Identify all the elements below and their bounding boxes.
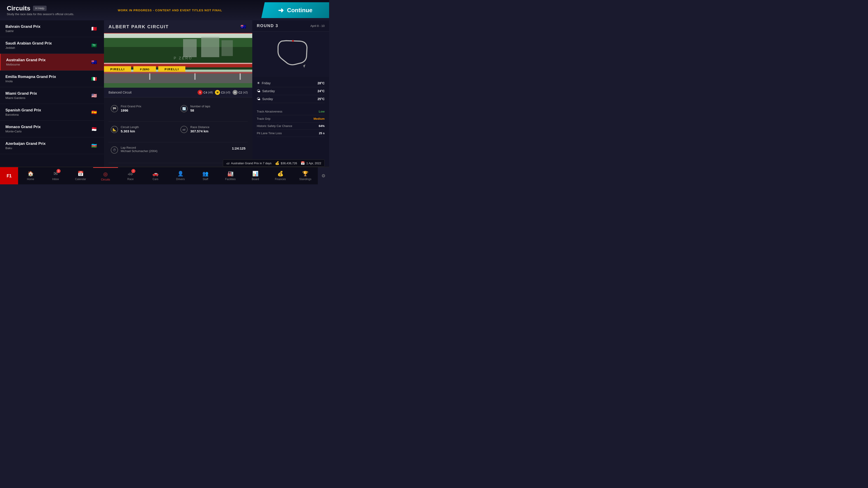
weather-day-friday: Friday [262,81,318,85]
nav-item-home[interactable]: 🏠 Home [18,167,43,184]
track-stat-historic-safety-car-chance: Historic Safety Car Chance 64% [257,123,324,130]
circuit-header-name: ALBERT PARK CIRCUIT [108,24,169,29]
circuit-city-saudi: Jeddah [5,46,52,50]
nav-icon-board: 📊 [252,171,258,177]
race-status-text: Australian Grand Prix in 7 days [231,162,272,165]
circuit-name-australia: Australian Grand Prix [6,58,46,62]
circuit-city-monaco: Monte-Carlo [5,130,41,133]
continue-label: Continue [287,7,313,14]
nav-item-race[interactable]: ! 🏎 Race [118,167,143,184]
round-header: ROUND 3 April 8 - 10 [252,20,329,32]
nav-icon-facilities: 🏭 [227,171,234,177]
tyre-dot-hard: H [232,90,238,95]
circuit-item-miami[interactable]: Miami Grand Prix Miami Gardens 🇺🇸 [0,87,104,104]
stat-label: Race Distance [190,125,210,129]
nav-item-board[interactable]: 📊 Board [243,167,268,184]
circuit-item-spain[interactable]: Spanish Grand Prix Barcelona 🇪🇸 [0,104,104,121]
svg-rect-22 [104,83,252,88]
circuit-flag-bahrain: 🇧🇭 [90,26,98,32]
nav-label-inbox: Inbox [52,177,59,181]
circuit-item-saudi[interactable]: Saudi Arabian Grand Prix Jeddah 🇸🇦 [0,37,104,54]
circuit-info-monaco: Monaco Grand Prix Monte-Carlo [5,125,41,133]
nav-label-home: Home [27,177,34,181]
nav-item-circuits[interactable]: ◎ Circuits [93,167,118,184]
weather-icon-friday: ☀ [257,81,260,85]
circuit-info-saudi: Saudi Arabian Grand Prix Jeddah [5,41,52,50]
circuit-item-monaco[interactable]: Monaco Grand Prix Monte-Carlo 🇲🇨 [0,121,104,137]
track-stats-section: Track Abrasiveness Low Track Grip Medium… [252,105,329,167]
stat-value: 307.574 km [190,129,210,133]
nav-item-facilities[interactable]: 🏭 Facilities [218,167,243,184]
nav-icon-finances: 💰 [277,171,283,177]
nav-item-standings[interactable]: 🏆 Standings [293,167,318,184]
main-layout: Bahrain Grand Prix Sakhir 🇧🇭 Saudi Arabi… [0,20,329,167]
help-button[interactable]: H Help [33,6,46,11]
nav-item-inbox[interactable]: 3 ✉ Inbox [43,167,68,184]
circuit-item-bahrain[interactable]: Bahrain Grand Prix Sakhir 🇧🇭 [0,20,104,37]
stat-icon: 🏁 [111,105,118,112]
svg-rect-5 [221,40,233,56]
track-stat-value: 25 s [319,131,324,135]
stat-first-grand-prix: 🏁 First Grand Prix 1996 [108,101,178,122]
track-stat-label: Historic Safety Car Chance [257,124,292,128]
circuit-item-azerbaijan[interactable]: Azerbaijan Grand Prix Baku 🇦🇿 [0,137,104,154]
circuit-info-bahrain: Bahrain Grand Prix Sakhir [5,24,40,33]
round-dates: April 8 - 10 [310,24,324,28]
track-stat-pit-lane-time-loss: Pit Lane Time Loss 25 s [257,130,324,137]
stat-sub: Michael Schumacher (2004) [121,149,229,153]
nav-icon-cars: 🚗 [152,171,158,177]
tyre-medium: M C3 (x3) [215,90,230,95]
circuit-flag-saudi: 🇸🇦 [90,42,98,48]
settings-button[interactable]: ⚙ [318,167,329,184]
weather-section: ☀ Friday 28°C 🌤 Saturday 24°C 🌤 Sunday 2… [252,77,329,105]
nav-label-cars: Cars [153,177,158,181]
circuit-item-emilia[interactable]: Emilia Romagna Grand Prix Imola 🇮🇹 [0,70,104,87]
circuit-info-spain: Spanish Grand Prix Barcelona [5,108,41,116]
circuit-city-azerbaijan: Baku [5,147,46,150]
tyre-count-medium: (x3) [225,91,230,94]
circuit-info-azerbaijan: Azerbaijan Grand Prix Baku [5,141,46,150]
weather-temp-sunday: 25°C [318,97,324,101]
tyre-compound-hard: C2 [239,91,242,94]
circuit-track-image: PIRELLI P ZERO PIRELLI [104,33,252,88]
continue-arrow-icon: ➜ [278,6,284,14]
bottom-status-bar: 🏎 Australian Grand Prix in 7 days 💰 $38,… [223,160,324,167]
track-map-svg [268,36,313,72]
svg-rect-7 [104,63,252,64]
wip-notice: WORK IN PROGRESS - CONTENT AND EVENT TIT… [79,8,261,12]
weather-day-sunday: Sunday [262,97,318,101]
stat-label: First Grand Prix [121,105,141,108]
circuit-name-monaco: Monaco Grand Prix [5,125,41,129]
nav-item-finances[interactable]: 💰 Finances [268,167,293,184]
nav-label-calendar: Calendar [75,177,86,181]
svg-rect-19 [194,73,195,80]
weather-row-saturday: 🌤 Saturday 24°C [257,87,324,95]
circuit-item-australia[interactable]: Australian Grand Prix Melbourne 🇦🇺 [0,54,104,70]
top-bar: Circuits H Help Study the race data for … [0,0,329,20]
circuit-city-australia: Melbourne [6,63,46,66]
tyre-count-soft: (x8) [208,91,213,94]
tyre-dot-medium: M [215,90,220,95]
svg-rect-18 [149,73,150,80]
svg-rect-21 [104,72,252,74]
circuit-flag-monaco: 🇲🇨 [90,126,98,132]
tyre-compounds: S C4 (x8) M C3 (x3) H C2 (x2) [197,90,248,95]
race-status: 🏎 Australian Grand Prix in 7 days [226,161,272,165]
f1-logo: F1 [0,167,18,184]
track-photo-svg: PIRELLI P ZERO PIRELLI [104,33,252,88]
race-status-icon: 🏎 [226,161,230,165]
svg-rect-20 [240,73,241,80]
bottom-navigation: F1 🏠 Home 3 ✉ Inbox 📅 Calendar ◎ Circuit… [0,167,329,184]
circuit-city-bahrain: Sakhir [5,29,40,33]
stat-label: Number of laps [190,105,210,108]
nav-item-staff[interactable]: 👥 Staff [193,167,218,184]
svg-text:P ZERO: P ZERO [174,56,192,60]
nav-item-cars[interactable]: 🚗 Cars [143,167,168,184]
nav-item-calendar[interactable]: 📅 Calendar [68,167,93,184]
continue-button[interactable]: ➜ Continue [261,2,329,18]
nav-item-drivers[interactable]: 👤 Drivers [168,167,193,184]
circuit-flag-australia: 🇦🇺 [90,59,98,65]
stat-number-of-laps: 🔄 Number of laps 58 [178,101,248,122]
stat-value: 5.303 km [121,129,139,133]
nav-badge-race: ! [131,169,135,173]
